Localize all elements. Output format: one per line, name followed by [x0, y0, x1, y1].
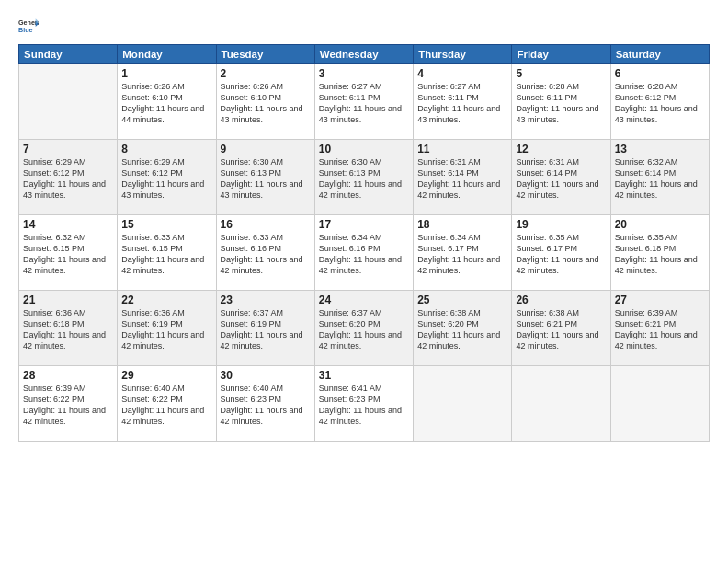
day-info: Sunrise: 6:26 AMSunset: 6:10 PMDaylight:…	[221, 81, 311, 126]
day-number: 7	[23, 143, 113, 155]
calendar-cell: 26Sunrise: 6:38 AMSunset: 6:21 PMDayligh…	[512, 291, 610, 366]
day-info: Sunrise: 6:33 AMSunset: 6:16 PMDaylight:…	[221, 232, 311, 277]
calendar-cell: 2Sunrise: 6:26 AMSunset: 6:10 PMDaylight…	[216, 64, 314, 140]
calendar-cell: 27Sunrise: 6:39 AMSunset: 6:21 PMDayligh…	[610, 291, 709, 366]
calendar-cell	[414, 366, 512, 442]
week-row-4: 21Sunrise: 6:36 AMSunset: 6:18 PMDayligh…	[19, 291, 710, 366]
day-number: 6	[615, 67, 705, 80]
day-number: 8	[121, 143, 211, 155]
calendar-cell	[610, 366, 709, 442]
day-info: Sunrise: 6:40 AMSunset: 6:22 PMDaylight:…	[121, 383, 211, 428]
day-info: Sunrise: 6:27 AMSunset: 6:11 PMDaylight:…	[417, 81, 507, 126]
day-info: Sunrise: 6:38 AMSunset: 6:20 PMDaylight:…	[417, 307, 507, 352]
day-info: Sunrise: 6:36 AMSunset: 6:19 PMDaylight:…	[121, 307, 211, 352]
day-info: Sunrise: 6:35 AMSunset: 6:18 PMDaylight:…	[615, 232, 705, 277]
calendar-cell: 18Sunrise: 6:34 AMSunset: 6:17 PMDayligh…	[414, 215, 512, 291]
day-number: 5	[516, 67, 606, 80]
svg-text:Blue: Blue	[18, 27, 33, 34]
day-info: Sunrise: 6:37 AMSunset: 6:20 PMDaylight:…	[319, 307, 409, 352]
calendar-cell: 16Sunrise: 6:33 AMSunset: 6:16 PMDayligh…	[216, 215, 314, 291]
calendar-cell: 7Sunrise: 6:29 AMSunset: 6:12 PMDaylight…	[19, 140, 118, 215]
weekday-friday: Friday	[512, 45, 610, 64]
day-info: Sunrise: 6:30 AMSunset: 6:13 PMDaylight:…	[319, 156, 409, 201]
day-number: 21	[23, 293, 113, 306]
day-info: Sunrise: 6:29 AMSunset: 6:12 PMDaylight:…	[121, 156, 211, 201]
calendar-cell	[512, 366, 610, 442]
calendar-cell: 13Sunrise: 6:32 AMSunset: 6:14 PMDayligh…	[610, 140, 709, 215]
day-info: Sunrise: 6:40 AMSunset: 6:23 PMDaylight:…	[221, 383, 311, 428]
day-info: Sunrise: 6:32 AMSunset: 6:15 PMDaylight:…	[23, 232, 113, 277]
day-number: 30	[221, 369, 311, 382]
day-info: Sunrise: 6:27 AMSunset: 6:11 PMDaylight:…	[319, 81, 409, 126]
calendar-cell: 17Sunrise: 6:34 AMSunset: 6:16 PMDayligh…	[314, 215, 413, 291]
day-number: 16	[221, 218, 311, 231]
calendar-cell: 22Sunrise: 6:36 AMSunset: 6:19 PMDayligh…	[118, 291, 216, 366]
calendar-cell: 28Sunrise: 6:39 AMSunset: 6:22 PMDayligh…	[19, 366, 118, 442]
day-number: 4	[417, 67, 507, 80]
day-info: Sunrise: 6:33 AMSunset: 6:15 PMDaylight:…	[121, 232, 211, 277]
day-number: 31	[319, 369, 409, 382]
day-info: Sunrise: 6:26 AMSunset: 6:10 PMDaylight:…	[121, 81, 211, 126]
day-number: 14	[23, 218, 113, 231]
calendar-cell: 20Sunrise: 6:35 AMSunset: 6:18 PMDayligh…	[610, 215, 709, 291]
day-number: 18	[417, 218, 507, 231]
day-number: 12	[516, 143, 606, 155]
calendar-cell: 11Sunrise: 6:31 AMSunset: 6:14 PMDayligh…	[414, 140, 512, 215]
calendar-cell: 24Sunrise: 6:37 AMSunset: 6:20 PMDayligh…	[314, 291, 413, 366]
calendar-cell: 23Sunrise: 6:37 AMSunset: 6:19 PMDayligh…	[216, 291, 314, 366]
day-info: Sunrise: 6:31 AMSunset: 6:14 PMDaylight:…	[516, 156, 606, 201]
weekday-wednesday: Wednesday	[314, 45, 413, 64]
day-number: 28	[23, 369, 113, 382]
day-number: 15	[121, 218, 211, 231]
day-number: 11	[417, 143, 507, 155]
calendar-cell: 8Sunrise: 6:29 AMSunset: 6:12 PMDaylight…	[118, 140, 216, 215]
weekday-monday: Monday	[118, 45, 216, 64]
calendar-cell: 6Sunrise: 6:28 AMSunset: 6:12 PMDaylight…	[610, 64, 709, 140]
day-info: Sunrise: 6:41 AMSunset: 6:23 PMDaylight:…	[319, 383, 409, 428]
calendar-cell: 12Sunrise: 6:31 AMSunset: 6:14 PMDayligh…	[512, 140, 610, 215]
day-info: Sunrise: 6:39 AMSunset: 6:21 PMDaylight:…	[615, 307, 705, 352]
day-info: Sunrise: 6:37 AMSunset: 6:19 PMDaylight:…	[221, 307, 311, 352]
calendar-cell: 5Sunrise: 6:28 AMSunset: 6:11 PMDaylight…	[512, 64, 610, 140]
day-number: 19	[516, 218, 606, 231]
day-number: 2	[221, 67, 311, 80]
weekday-saturday: Saturday	[610, 45, 709, 64]
day-number: 17	[319, 218, 409, 231]
day-info: Sunrise: 6:38 AMSunset: 6:21 PMDaylight:…	[516, 307, 606, 352]
general-blue-icon: General Blue	[18, 17, 39, 37]
day-number: 29	[121, 369, 211, 382]
page: General Blue SundayMondayTuesdayWednesda…	[0, 0, 728, 563]
calendar-cell: 3Sunrise: 6:27 AMSunset: 6:11 PMDaylight…	[314, 64, 413, 140]
calendar-cell: 9Sunrise: 6:30 AMSunset: 6:13 PMDaylight…	[216, 140, 314, 215]
calendar-cell: 29Sunrise: 6:40 AMSunset: 6:22 PMDayligh…	[118, 366, 216, 442]
day-number: 1	[121, 67, 211, 80]
week-row-1: 1Sunrise: 6:26 AMSunset: 6:10 PMDaylight…	[19, 64, 710, 140]
day-info: Sunrise: 6:39 AMSunset: 6:22 PMDaylight:…	[23, 383, 113, 428]
day-info: Sunrise: 6:34 AMSunset: 6:16 PMDaylight:…	[319, 232, 409, 277]
calendar-cell: 4Sunrise: 6:27 AMSunset: 6:11 PMDaylight…	[414, 64, 512, 140]
weekday-tuesday: Tuesday	[216, 45, 314, 64]
day-info: Sunrise: 6:28 AMSunset: 6:11 PMDaylight:…	[516, 81, 606, 126]
week-row-2: 7Sunrise: 6:29 AMSunset: 6:12 PMDaylight…	[19, 140, 710, 215]
day-info: Sunrise: 6:30 AMSunset: 6:13 PMDaylight:…	[221, 156, 311, 201]
day-number: 25	[417, 293, 507, 306]
weekday-header-row: SundayMondayTuesdayWednesdayThursdayFrid…	[19, 45, 710, 64]
calendar-cell: 15Sunrise: 6:33 AMSunset: 6:15 PMDayligh…	[118, 215, 216, 291]
day-info: Sunrise: 6:31 AMSunset: 6:14 PMDaylight:…	[417, 156, 507, 201]
day-number: 9	[221, 143, 311, 155]
calendar-cell: 25Sunrise: 6:38 AMSunset: 6:20 PMDayligh…	[414, 291, 512, 366]
calendar-cell: 19Sunrise: 6:35 AMSunset: 6:17 PMDayligh…	[512, 215, 610, 291]
day-number: 23	[221, 293, 311, 306]
calendar-cell: 1Sunrise: 6:26 AMSunset: 6:10 PMDaylight…	[118, 64, 216, 140]
day-number: 27	[615, 293, 705, 306]
day-info: Sunrise: 6:35 AMSunset: 6:17 PMDaylight:…	[516, 232, 606, 277]
week-row-3: 14Sunrise: 6:32 AMSunset: 6:15 PMDayligh…	[19, 215, 710, 291]
day-number: 22	[121, 293, 211, 306]
day-info: Sunrise: 6:36 AMSunset: 6:18 PMDaylight:…	[23, 307, 113, 352]
day-number: 26	[516, 293, 606, 306]
day-info: Sunrise: 6:29 AMSunset: 6:12 PMDaylight:…	[23, 156, 113, 201]
calendar-cell: 31Sunrise: 6:41 AMSunset: 6:23 PMDayligh…	[314, 366, 413, 442]
day-number: 20	[615, 218, 705, 231]
calendar-cell: 21Sunrise: 6:36 AMSunset: 6:18 PMDayligh…	[19, 291, 118, 366]
logo: General Blue	[18, 17, 39, 37]
